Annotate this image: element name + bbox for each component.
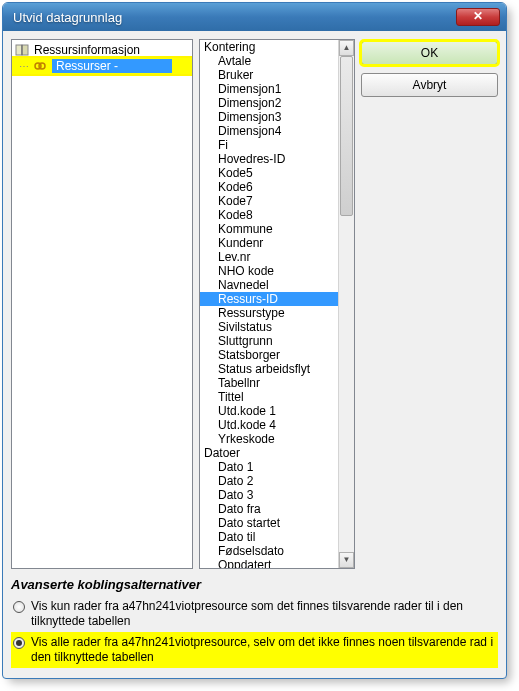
advanced-title: Avanserte koblingsalternativer — [11, 577, 498, 592]
tree-connector-icon: ⋯ — [14, 61, 32, 72]
list-item[interactable]: Kode6 — [200, 180, 338, 194]
window-title: Utvid datagrunnlag — [13, 10, 456, 25]
list-group-header[interactable]: Kontering — [200, 40, 338, 54]
list-item[interactable]: Hovedres-ID — [200, 152, 338, 166]
radio-option-matched-only[interactable]: Vis kun rader fra a47hn241viotpresource … — [11, 596, 498, 632]
tree-item-ressurser[interactable]: ⋯ Ressurser - — [12, 58, 192, 74]
radio-label: Vis alle rader fra a47hn241viotpresource… — [31, 635, 496, 665]
list-item[interactable]: Dimensjon2 — [200, 96, 338, 110]
radio-icon[interactable] — [13, 637, 25, 649]
dialog-buttons: OK Avbryt — [361, 39, 498, 569]
list-item[interactable]: Dato 1 — [200, 460, 338, 474]
list-item[interactable]: Utd.kode 4 — [200, 418, 338, 432]
list-item[interactable]: Kode7 — [200, 194, 338, 208]
list-item[interactable]: Dimensjon4 — [200, 124, 338, 138]
svg-rect-0 — [16, 45, 22, 55]
list-item[interactable]: Bruker — [200, 68, 338, 82]
radio-label: Vis kun rader fra a47hn241viotpresource … — [31, 599, 496, 629]
list-item[interactable]: Utd.kode 1 — [200, 404, 338, 418]
list-item[interactable]: NHO kode — [200, 264, 338, 278]
list-item[interactable]: Dato startet — [200, 516, 338, 530]
scroll-up-button[interactable]: ▲ — [339, 40, 354, 56]
tree-root-label: Ressursinformasjon — [32, 43, 142, 57]
close-button[interactable]: ✕ — [456, 8, 500, 26]
list-item[interactable]: Kundenr — [200, 236, 338, 250]
scroll-down-button[interactable]: ▼ — [339, 552, 354, 568]
list-item[interactable]: Sluttgrunn — [200, 334, 338, 348]
list-item[interactable]: Dato fra — [200, 502, 338, 516]
list-item[interactable]: Dato til — [200, 530, 338, 544]
tree-root[interactable]: Ressursinformasjon — [12, 42, 192, 58]
book-icon — [14, 42, 30, 58]
close-icon: ✕ — [473, 9, 483, 23]
field-list[interactable]: KonteringAvtaleBrukerDimensjon1Dimensjon… — [199, 39, 355, 569]
list-item[interactable]: Lev.nr — [200, 250, 338, 264]
list-item[interactable]: Ressurstype — [200, 306, 338, 320]
ok-button[interactable]: OK — [361, 41, 498, 65]
list-item[interactable]: Fi — [200, 138, 338, 152]
list-group-header[interactable]: Datoer — [200, 446, 338, 460]
list-item[interactable]: Kode8 — [200, 208, 338, 222]
list-item[interactable]: Kommune — [200, 222, 338, 236]
list-item[interactable]: Statsborger — [200, 348, 338, 362]
radio-option-all-rows[interactable]: Vis alle rader fra a47hn241viotpresource… — [11, 632, 498, 668]
vertical-scrollbar[interactable]: ▲ ▼ — [338, 40, 354, 568]
scroll-track[interactable] — [339, 56, 354, 552]
list-item[interactable]: Fødselsdato — [200, 544, 338, 558]
scroll-thumb[interactable] — [340, 56, 353, 216]
list-item[interactable]: Sivilstatus — [200, 320, 338, 334]
list-item[interactable]: Dimensjon3 — [200, 110, 338, 124]
svg-point-4 — [39, 63, 45, 69]
list-item[interactable]: Tabellnr — [200, 376, 338, 390]
list-item[interactable]: Dato 3 — [200, 488, 338, 502]
list-item[interactable]: Kode5 — [200, 166, 338, 180]
list-item[interactable]: Avtale — [200, 54, 338, 68]
link-icon — [32, 58, 48, 74]
tree-item-label: Ressurser - — [52, 59, 172, 73]
list-item[interactable]: Tittel — [200, 390, 338, 404]
list-item[interactable]: Dimensjon1 — [200, 82, 338, 96]
advanced-options: Avanserte koblingsalternativer Vis kun r… — [11, 577, 498, 668]
list-item[interactable]: Status arbeidsflyt — [200, 362, 338, 376]
list-item[interactable]: Dato 2 — [200, 474, 338, 488]
dialog-window: Utvid datagrunnlag ✕ Ressursinformasjon — [2, 2, 507, 679]
list-item[interactable]: Oppdatert — [200, 558, 338, 568]
list-item[interactable]: Yrkeskode — [200, 432, 338, 446]
list-item[interactable]: Navnedel — [200, 278, 338, 292]
cancel-button[interactable]: Avbryt — [361, 73, 498, 97]
list-item[interactable]: Ressurs-ID — [200, 292, 338, 306]
svg-rect-1 — [22, 45, 28, 55]
tree-view[interactable]: Ressursinformasjon ⋯ Ressurser - — [11, 39, 193, 569]
radio-icon[interactable] — [13, 601, 25, 613]
titlebar[interactable]: Utvid datagrunnlag ✕ — [3, 3, 506, 31]
